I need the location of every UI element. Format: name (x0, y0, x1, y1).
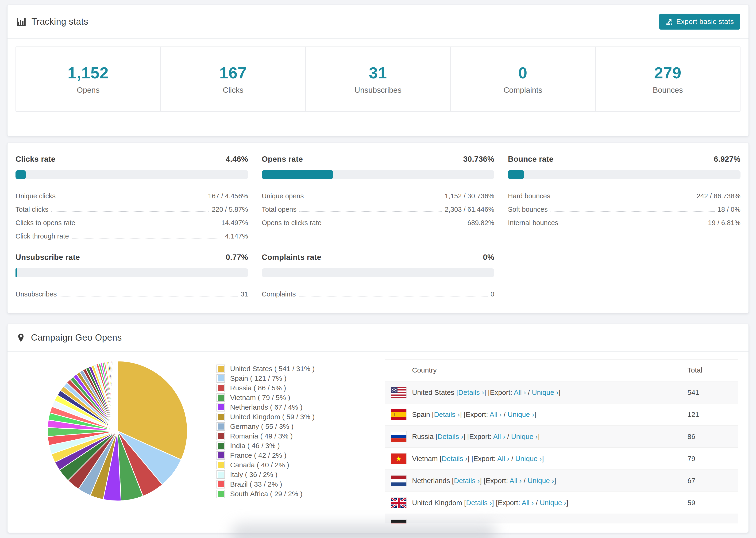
unsubscribe-rate-panel: Unsubscribe rate 0.77% Unsubscribes31 (16, 253, 248, 298)
country-total: 59 (687, 499, 734, 507)
spain-flag-icon (391, 409, 406, 420)
legend-swatch (217, 413, 225, 421)
export-unique-link[interactable]: Unique › (508, 410, 534, 418)
rate-detail-row: Opens to clicks rate689.82% (262, 214, 495, 227)
country-total: 67 (687, 477, 734, 485)
details-link[interactable]: Details › (437, 433, 463, 440)
bounce-rate-title: Bounce rate (508, 155, 553, 164)
country-name: Russia (412, 433, 434, 440)
country-total: 86 (687, 433, 734, 441)
table-row-partial (385, 513, 738, 523)
opens-rate-panel: Opens rate 30.736% Unique opens1,152 / 3… (262, 155, 495, 241)
legend-label: Brazil ( 33 / 2% ) (230, 480, 282, 488)
export-icon (665, 18, 673, 26)
geo-table: Country Total United States [Details ›] … (385, 359, 738, 523)
legend-swatch (217, 442, 225, 450)
geo-opens-card: Campaign Geo Opens United States ( 541 /… (7, 324, 749, 533)
legend-label: Russia ( 86 / 5% ) (230, 384, 286, 392)
export-unique-link[interactable]: Unique › (515, 455, 542, 462)
complaints-rate-title: Complaints rate (262, 253, 321, 262)
opens-rate-progress (262, 170, 495, 179)
legend-item: Spain ( 121 / 7% ) (217, 373, 328, 383)
rates-row-2: Unsubscribe rate 0.77% Unsubscribes31 Co… (16, 253, 740, 298)
rate-detail-row: Click through rate4.147% (16, 227, 248, 241)
rate-detail-row: Unsubscribes31 (16, 285, 248, 298)
export-unique-link[interactable]: Unique › (532, 389, 558, 396)
rate-detail-row: Internal bounces19 / 6.81% (508, 214, 740, 227)
bar-chart-icon (16, 17, 26, 27)
export-all-link[interactable]: All › (497, 455, 510, 462)
country-name: Vietnam (412, 455, 438, 462)
germany-flag-icon (391, 520, 406, 523)
stat-bounces: 279 Bounces (595, 47, 740, 111)
legend-label: Spain ( 121 / 7% ) (230, 374, 287, 382)
stat-unsubscribes: 31 Unsubscribes (305, 47, 450, 111)
vietnam-flag-icon (391, 454, 406, 464)
tracking-dashboard: Tracking stats Export basic stats 1,152 … (0, 0, 756, 538)
legend-swatch (217, 480, 225, 488)
legend-item: Italy ( 36 / 2% ) (217, 470, 328, 479)
export-all-link[interactable]: All › (514, 389, 526, 396)
export-all-link[interactable]: All › (493, 433, 505, 440)
details-link[interactable]: Details › (454, 477, 480, 484)
legend-item: Netherlands ( 67 / 4% ) (217, 402, 328, 412)
details-link[interactable]: Details › (442, 455, 467, 462)
complaints-rate-progress (262, 268, 495, 277)
export-unique-link[interactable]: Unique › (511, 433, 538, 440)
legend-label: Italy ( 36 / 2% ) (230, 471, 278, 479)
rate-detail-row: Complaints0 (262, 285, 495, 298)
legend-item: United Kingdom ( 59 / 3% ) (217, 412, 328, 422)
export-unique-link[interactable]: Unique › (540, 499, 566, 507)
legend-label: Romania ( 49 / 3% ) (230, 432, 293, 440)
geo-table-header: Country Total (385, 360, 738, 381)
stat-clicks: 167 Clicks (160, 47, 305, 111)
rate-detail-row: Total opens2,303 / 61.446% (262, 200, 495, 214)
legend-item: Vietnam ( 79 / 5% ) (217, 393, 328, 402)
unsubscribe-rate-title: Unsubscribe rate (16, 253, 80, 262)
rates-row-1: Clicks rate 4.46% Unique clicks167 / 4.4… (16, 155, 740, 241)
netherlands-flag-icon (391, 476, 406, 486)
column-header-total: Total (687, 366, 734, 374)
legend-label: India ( 46 / 3% ) (230, 442, 280, 450)
table-row: Russia [Details ›] [Export: All › / Uniq… (385, 425, 738, 447)
geo-opens-body: United States ( 541 / 31% )Spain ( 121 /… (8, 351, 748, 523)
export-all-link[interactable]: All › (490, 410, 502, 418)
legend-item: Canada ( 40 / 2% ) (217, 460, 328, 470)
export-all-link[interactable]: All › (522, 499, 534, 507)
rate-detail-row: Unique opens1,152 / 30.736% (262, 187, 495, 200)
details-link[interactable]: Details › (466, 499, 492, 507)
rate-detail-row: Soft bounces18 / 0% (508, 200, 740, 214)
legend-swatch (217, 404, 225, 411)
rate-detail-row: Hard bounces242 / 86.738% (508, 187, 740, 200)
bounce-rate-panel: Bounce rate 6.927% Hard bounces242 / 86.… (508, 155, 740, 241)
opens-rate-title: Opens rate (262, 155, 303, 164)
table-row: Netherlands [Details ›] [Export: All › /… (385, 469, 738, 492)
details-link[interactable]: Details › (458, 389, 484, 396)
details-link[interactable]: Details › (434, 410, 460, 418)
unsubscribe-rate-value: 0.77% (226, 253, 248, 262)
bounce-rate-value: 6.927% (714, 155, 740, 164)
legend-item: France ( 42 / 2% ) (217, 451, 328, 460)
russia-flag-icon (391, 431, 406, 442)
legend-item: United States ( 541 / 31% ) (217, 364, 328, 373)
page-title: Tracking stats (31, 17, 88, 27)
clicks-rate-panel: Clicks rate 4.46% Unique clicks167 / 4.4… (16, 155, 248, 241)
export-all-link[interactable]: All › (510, 477, 522, 484)
export-unique-link[interactable]: Unique › (527, 477, 554, 484)
legend-swatch (217, 375, 225, 382)
legend-item: India ( 46 / 3% ) (217, 441, 328, 451)
tracking-stats-header: Tracking stats Export basic stats (8, 5, 748, 39)
legend-label: United States ( 541 / 31% ) (230, 365, 315, 373)
export-basic-stats-button[interactable]: Export basic stats (659, 14, 740, 29)
uk-flag-icon (391, 498, 406, 508)
stats-summary-row: 1,152 Opens 167 Clicks 31 Unsubscribes 0… (16, 46, 740, 112)
country-total: 79 (687, 455, 734, 463)
legend-item: Romania ( 49 / 3% ) (217, 431, 328, 441)
country-total: 121 (687, 410, 734, 418)
clicks-rate-value: 4.46% (226, 155, 248, 164)
legend-item: Brazil ( 33 / 2% ) (217, 479, 328, 489)
country-name: Spain (412, 410, 430, 418)
legend-label: France ( 42 / 2% ) (230, 452, 287, 459)
stat-complaints: 0 Complaints (450, 47, 595, 111)
opens-rate-value: 30.736% (463, 155, 494, 164)
